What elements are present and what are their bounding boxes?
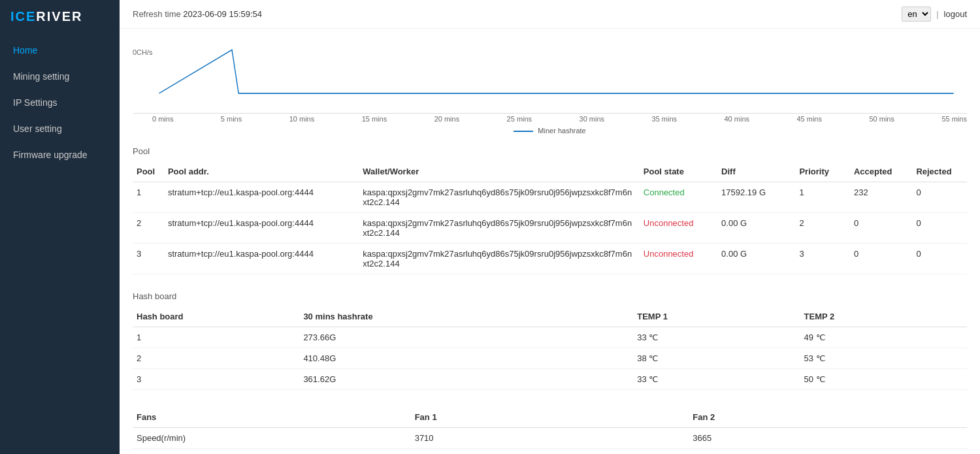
sidebar-item-user-setting[interactable]: User setting bbox=[0, 116, 120, 142]
fans-table-header: Fans Fan 1 Fan 2 bbox=[133, 407, 967, 428]
col-header-pool: Pool bbox=[133, 161, 164, 182]
x-label-5: 5 mins bbox=[221, 115, 242, 123]
pool-state: Unconnected bbox=[640, 213, 717, 244]
hashboard-section-title: Hash board bbox=[133, 291, 967, 301]
header-right: en | logout bbox=[902, 7, 967, 22]
pool-wallet: kaspa:qpxsj2gmv7mk27asrluhq6yd86s75jk09r… bbox=[359, 182, 640, 213]
chart-svg bbox=[133, 35, 967, 101]
pool-diff: 0.00 G bbox=[717, 244, 795, 274]
x-label-10: 10 mins bbox=[289, 115, 315, 123]
logo-area: ICERIVER bbox=[0, 0, 120, 37]
col-header-state: Pool state bbox=[640, 161, 717, 182]
fans-label: Speed(r/min) bbox=[133, 428, 411, 449]
fans-section: Fans Fan 1 Fan 2 Speed(r/min) 3710 3665 bbox=[120, 400, 980, 454]
legend-line bbox=[514, 131, 533, 132]
pool-addr: stratum+tcp://eu1.kaspa-pool.org:4444 bbox=[164, 182, 359, 213]
col-header-temp1: TEMP 1 bbox=[633, 306, 800, 327]
pool-rejected: 0 bbox=[912, 213, 967, 244]
hashboard-table-row: 1 273.66G 33 ℃ 49 ℃ bbox=[133, 327, 967, 348]
col-header-accepted: Accepted bbox=[850, 161, 912, 182]
col-header-addr: Pool addr. bbox=[164, 161, 359, 182]
logout-link[interactable]: logout bbox=[944, 9, 967, 19]
x-label-0: 0 mins bbox=[152, 115, 173, 123]
main-content: Refresh time 2023-06-09 15:59:54 en | lo… bbox=[120, 0, 980, 454]
col-header-fans: Fans bbox=[133, 407, 411, 428]
language-select[interactable]: en bbox=[902, 7, 931, 22]
pool-priority: 2 bbox=[795, 213, 850, 244]
pool-priority: 1 bbox=[795, 182, 850, 213]
x-label-25: 25 mins bbox=[507, 115, 532, 123]
col-header-rejected: Rejected bbox=[912, 161, 967, 182]
sidebar-item-ip-settings[interactable]: IP Settings bbox=[0, 89, 120, 116]
x-label-15: 15 mins bbox=[362, 115, 387, 123]
hb-hashrate: 273.66G bbox=[299, 327, 633, 348]
pool-table-row: 3 stratum+tcp://eu1.kaspa-pool.org:4444 … bbox=[133, 244, 967, 274]
x-label-45: 45 mins bbox=[796, 115, 822, 123]
col-header-fan2: Fan 2 bbox=[689, 407, 967, 428]
pool-wallet: kaspa:qpxsj2gmv7mk27asrluhq6yd86s75jk09r… bbox=[359, 244, 640, 274]
hb-temp1: 33 ℃ bbox=[633, 327, 800, 348]
col-header-priority: Priority bbox=[795, 161, 850, 182]
pool-number: 1 bbox=[133, 182, 164, 213]
legend-label: Miner hashrate bbox=[538, 127, 585, 135]
pool-addr: stratum+tcp://eu1.kaspa-pool.org:4444 bbox=[164, 244, 359, 274]
x-label-50: 50 mins bbox=[869, 115, 894, 123]
sidebar-item-mining-setting[interactable]: Mining setting bbox=[0, 63, 120, 89]
pool-state: Connected bbox=[640, 182, 717, 213]
pool-section-title: Pool bbox=[133, 146, 967, 156]
col-header-temp2: TEMP 2 bbox=[800, 306, 967, 327]
chart-y-label: 0CH/s bbox=[133, 48, 153, 56]
pool-rejected: 0 bbox=[912, 182, 967, 213]
col-header-fan1: Fan 1 bbox=[411, 407, 689, 428]
pool-table-row: 2 stratum+tcp://eu1.kaspa-pool.org:4444 … bbox=[133, 213, 967, 244]
hashboard-table-header: Hash board 30 mins hashrate TEMP 1 TEMP … bbox=[133, 306, 967, 327]
refresh-label: Refresh time bbox=[133, 9, 181, 19]
hashboard-section: Hash board Hash board 30 mins hashrate T… bbox=[120, 285, 980, 390]
hb-temp2: 49 ℃ bbox=[800, 327, 967, 348]
refresh-time-value: 2023-06-09 15:59:54 bbox=[183, 9, 262, 19]
hb-temp2: 53 ℃ bbox=[800, 348, 967, 369]
chart-legend: Miner hashrate bbox=[133, 124, 967, 140]
pool-priority: 3 bbox=[795, 244, 850, 274]
pool-number: 3 bbox=[133, 244, 164, 274]
pool-addr: stratum+tcp://eu1.kaspa-pool.org:4444 bbox=[164, 213, 359, 244]
sidebar: ICERIVER Home Mining setting IP Settings… bbox=[0, 0, 120, 454]
hb-hashrate: 361.62G bbox=[299, 369, 633, 390]
pool-table: Pool Pool addr. Wallet/Worker Pool state… bbox=[133, 161, 967, 274]
pool-number: 2 bbox=[133, 213, 164, 244]
pool-wallet: kaspa:qpxsj2gmv7mk27asrluhq6yd86s75jk09r… bbox=[359, 213, 640, 244]
pool-table-header: Pool Pool addr. Wallet/Worker Pool state… bbox=[133, 161, 967, 182]
pool-accepted: 232 bbox=[850, 182, 912, 213]
sidebar-item-home[interactable]: Home bbox=[0, 37, 120, 63]
refresh-time-area: Refresh time 2023-06-09 15:59:54 bbox=[133, 9, 262, 19]
sidebar-item-firmware-upgrade[interactable]: Firmware upgrade bbox=[0, 142, 120, 168]
hashrate-chart: 0CH/s bbox=[133, 35, 967, 114]
x-label-30: 30 mins bbox=[580, 115, 605, 123]
fans-table: Fans Fan 1 Fan 2 Speed(r/min) 3710 3665 bbox=[133, 407, 967, 449]
hb-temp2: 50 ℃ bbox=[800, 369, 967, 390]
pool-diff: 0.00 G bbox=[717, 213, 795, 244]
hb-temp1: 33 ℃ bbox=[633, 369, 800, 390]
pool-rejected: 0 bbox=[912, 244, 967, 274]
col-header-wallet: Wallet/Worker bbox=[359, 161, 640, 182]
fans-table-row: Speed(r/min) 3710 3665 bbox=[133, 428, 967, 449]
x-label-20: 20 mins bbox=[434, 115, 460, 123]
col-header-diff: Diff bbox=[717, 161, 795, 182]
x-label-40: 40 mins bbox=[725, 115, 750, 123]
x-label-55: 55 mins bbox=[941, 115, 967, 123]
col-header-hb: Hash board bbox=[133, 306, 299, 327]
hashboard-table-row: 2 410.48G 38 ℃ 53 ℃ bbox=[133, 348, 967, 369]
chart-area: 0CH/s 0 mins 5 mins 10 mins 15 mins 20 m… bbox=[120, 29, 980, 140]
pool-accepted: 0 bbox=[850, 244, 912, 274]
pool-accepted: 0 bbox=[850, 213, 912, 244]
chart-x-labels: 0 mins 5 mins 10 mins 15 mins 20 mins 25… bbox=[133, 114, 967, 124]
hashboard-table: Hash board 30 mins hashrate TEMP 1 TEMP … bbox=[133, 306, 967, 390]
hb-number: 1 bbox=[133, 327, 299, 348]
fan2-speed: 3665 bbox=[689, 428, 967, 449]
hashboard-table-row: 3 361.62G 33 ℃ 50 ℃ bbox=[133, 369, 967, 390]
pool-section: Pool Pool Pool addr. Wallet/Worker Pool … bbox=[120, 140, 980, 274]
hb-number: 3 bbox=[133, 369, 299, 390]
hb-hashrate: 410.48G bbox=[299, 348, 633, 369]
pool-state: Unconnected bbox=[640, 244, 717, 274]
pool-table-row: 1 stratum+tcp://eu1.kaspa-pool.org:4444 … bbox=[133, 182, 967, 213]
